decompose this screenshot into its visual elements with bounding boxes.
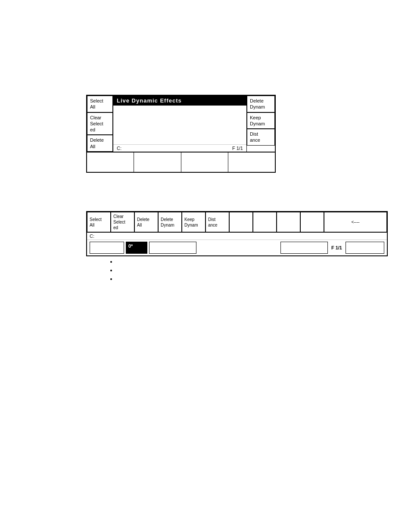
delete-all-horiz-button[interactable]: DeleteAll bbox=[134, 212, 158, 232]
select-all-button[interactable]: SelectAll bbox=[87, 96, 113, 112]
distance-horiz-button[interactable]: Distance bbox=[206, 212, 229, 232]
top-panel: SelectAll ClearSelected DeleteAll Live D… bbox=[86, 95, 276, 173]
keep-dynam-horiz-button[interactable]: KeepDynam bbox=[182, 212, 206, 232]
keep-dynam-button[interactable]: KeepDynam bbox=[247, 112, 275, 129]
clear-selected-horiz-button[interactable]: ClearSelected bbox=[111, 212, 134, 232]
data-field-2[interactable] bbox=[149, 242, 196, 254]
status-right: F 1/1 bbox=[232, 146, 243, 151]
delete-dynam-horiz-button[interactable]: DeleteDynam bbox=[158, 212, 182, 232]
bottom-cell-1 bbox=[87, 152, 134, 172]
empty-cell-2 bbox=[253, 212, 277, 232]
f-label: F 1/1 bbox=[330, 245, 344, 250]
bottom-cell-4 bbox=[228, 152, 275, 172]
status-line: C: F 1/1 bbox=[113, 144, 246, 152]
title-bar: Live Dynamic Effects bbox=[113, 96, 246, 106]
top-center: Live Dynamic Effects C: F 1/1 bbox=[113, 96, 246, 152]
arrow-cell: <---- bbox=[324, 212, 387, 232]
empty-cell-3 bbox=[277, 212, 300, 232]
status-left: C: bbox=[117, 146, 121, 151]
empty-cell-1 bbox=[229, 212, 253, 232]
data-field-3[interactable] bbox=[280, 242, 328, 254]
top-left-buttons: SelectAll ClearSelected DeleteAll bbox=[87, 96, 113, 152]
clear-selected-button[interactable]: ClearSelected bbox=[87, 112, 113, 135]
select-all-horiz-button[interactable]: SelectAll bbox=[87, 212, 111, 232]
bottom-panel: SelectAll ClearSelected DeleteAll Delete… bbox=[86, 211, 388, 256]
bottom-cell-2 bbox=[134, 152, 181, 172]
top-right-buttons: DeleteDynam KeepDynam Distance bbox=[246, 96, 275, 152]
bullet-list bbox=[108, 258, 116, 284]
bottom-buttons-row: SelectAll ClearSelected DeleteAll Delete… bbox=[87, 212, 387, 233]
delete-dynam-button[interactable]: DeleteDynam bbox=[247, 96, 275, 112]
distance-button[interactable]: Distance bbox=[247, 129, 275, 146]
empty-cell-4 bbox=[300, 212, 324, 232]
data-field-1[interactable] bbox=[90, 242, 124, 254]
content-area bbox=[113, 106, 246, 144]
delete-all-button[interactable]: DeleteAll bbox=[87, 135, 113, 152]
bottom-cell-3 bbox=[181, 152, 228, 172]
data-field-highlight[interactable]: 0* bbox=[126, 242, 147, 254]
data-field-4[interactable] bbox=[346, 242, 384, 254]
bottom-status-row: C: bbox=[87, 233, 387, 240]
top-bottom-row bbox=[87, 152, 275, 172]
bottom-status-label: C: bbox=[90, 233, 94, 239]
bottom-data-row: 0* F 1/1 bbox=[87, 240, 387, 255]
